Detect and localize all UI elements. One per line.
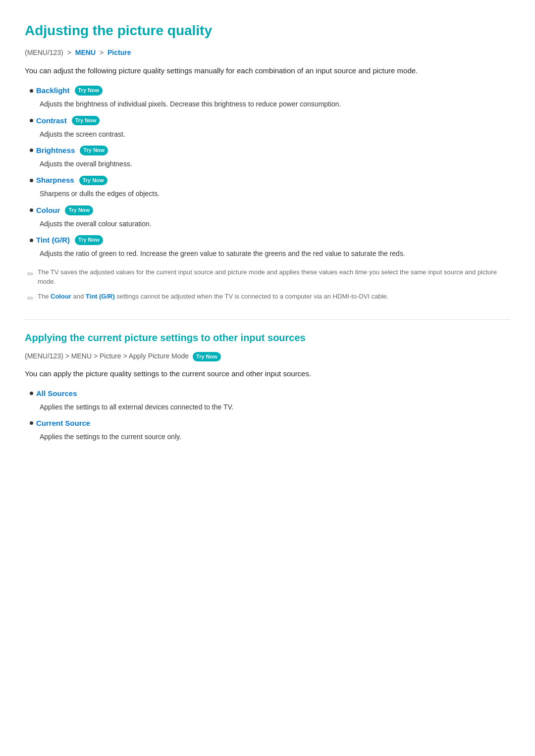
bullet-dot <box>30 208 33 212</box>
list-item: Current Source Applies the settings to t… <box>30 417 510 442</box>
bc2-apply[interactable]: Apply Picture Mode <box>129 352 189 360</box>
setting-desc-current-source: Applies the settings to the current sour… <box>40 431 510 442</box>
bullet-dot <box>30 421 33 425</box>
setting-name-colour: Colour <box>36 204 60 216</box>
setting-name-backlight: Backlight <box>36 85 70 97</box>
breadcrumb-arrow1: > <box>67 49 71 56</box>
try-now-badge-tint[interactable]: Try Now <box>75 235 103 245</box>
list-item: All Sources Applies the settings to all … <box>30 388 510 412</box>
pencil-icon: ✏ <box>27 268 34 281</box>
breadcrumb-part1: (MENU/123) <box>25 49 63 56</box>
bc2-part1: (MENU/123) <box>25 352 63 360</box>
note-block-1: ✏ The TV saves the adjusted values for t… <box>27 267 510 287</box>
setting-name-all-sources: All Sources <box>36 388 77 400</box>
settings-list: Backlight Try Now Adjusts the brightness… <box>30 85 510 259</box>
try-now-badge-backlight[interactable]: Try Now <box>75 86 103 96</box>
section2-title: Applying the current picture settings to… <box>25 330 510 346</box>
bullet-dot <box>30 119 33 122</box>
bullet-dot <box>30 179 33 182</box>
try-now-badge-brightness[interactable]: Try Now <box>80 146 108 155</box>
setting-name-contrast: Contrast <box>36 115 67 127</box>
setting-desc-contrast: Adjusts the screen contrast. <box>40 129 510 140</box>
breadcrumb-arrow2: > <box>100 49 104 56</box>
pencil-icon-2: ✏ <box>27 292 34 305</box>
note-text-1: The TV saves the adjusted values for the… <box>38 267 510 287</box>
note2-prefix: The <box>38 293 51 300</box>
setting-name-sharpness: Sharpness <box>36 174 74 186</box>
note2-tint: Tint (G/R) <box>86 293 115 300</box>
section2-list: All Sources Applies the settings to all … <box>30 388 510 443</box>
section2-intro: You can apply the picture quality settin… <box>25 368 510 380</box>
setting-desc-tint: Adjusts the ratio of green to red. Incre… <box>40 248 510 259</box>
list-item: Colour Try Now Adjusts the overall colou… <box>30 204 510 229</box>
setting-desc-colour: Adjusts the overall colour saturation. <box>40 218 510 229</box>
bc2-arrow1: > <box>65 352 69 360</box>
bullet-dot <box>30 239 33 242</box>
bullet-dot <box>30 392 33 395</box>
setting-desc-backlight: Adjusts the brightness of individual pix… <box>40 99 510 109</box>
breadcrumb2: (MENU/123) > MENU > Picture > Apply Pict… <box>25 351 510 361</box>
section-divider <box>25 319 510 320</box>
bullet-dot <box>30 149 33 152</box>
page-title: Adjusting the picture quality <box>25 20 510 42</box>
breadcrumb-picture[interactable]: Picture <box>107 49 131 56</box>
note-block-2: ✏ The Colour and Tint (G/R) settings can… <box>27 292 510 305</box>
breadcrumb-menu[interactable]: MENU <box>75 49 96 56</box>
setting-name-brightness: Brightness <box>36 145 75 156</box>
note-text-2: The Colour and Tint (G/R) settings canno… <box>38 292 388 302</box>
setting-desc-brightness: Adjusts the overall brightness. <box>40 158 510 169</box>
bullet-dot <box>30 89 33 93</box>
setting-desc-sharpness: Sharpens or dulls the edges of objects. <box>40 188 510 199</box>
note2-mid: and <box>71 293 86 300</box>
bc2-picture[interactable]: Picture <box>100 352 121 360</box>
list-item: Sharpness Try Now Sharpens or dulls the … <box>30 174 510 199</box>
note2-suffix: settings cannot be adjusted when the TV … <box>115 293 389 300</box>
try-now-badge-sharpness[interactable]: Try Now <box>79 176 107 186</box>
intro-text: You can adjust the following picture qua… <box>25 65 510 77</box>
setting-name-current-source: Current Source <box>36 417 90 429</box>
list-item: Tint (G/R) Try Now Adjusts the ratio of … <box>30 234 510 259</box>
bc2-arrow3: > <box>123 352 127 360</box>
setting-desc-all-sources: Applies the settings to all external dev… <box>40 402 510 412</box>
try-now-badge-contrast[interactable]: Try Now <box>72 116 100 126</box>
note2-colour: Colour <box>51 293 71 300</box>
list-item: Brightness Try Now Adjusts the overall b… <box>30 145 510 169</box>
try-now-badge-colour[interactable]: Try Now <box>65 205 93 215</box>
breadcrumb: (MENU/123) > MENU > Picture <box>25 47 510 58</box>
list-item: Contrast Try Now Adjusts the screen cont… <box>30 115 510 140</box>
list-item: Backlight Try Now Adjusts the brightness… <box>30 85 510 109</box>
setting-name-tint: Tint (G/R) <box>36 234 70 246</box>
bc2-menu[interactable]: MENU <box>71 352 92 360</box>
try-now-badge-section2[interactable]: Try Now <box>193 352 221 362</box>
bc2-arrow2: > <box>94 352 98 360</box>
